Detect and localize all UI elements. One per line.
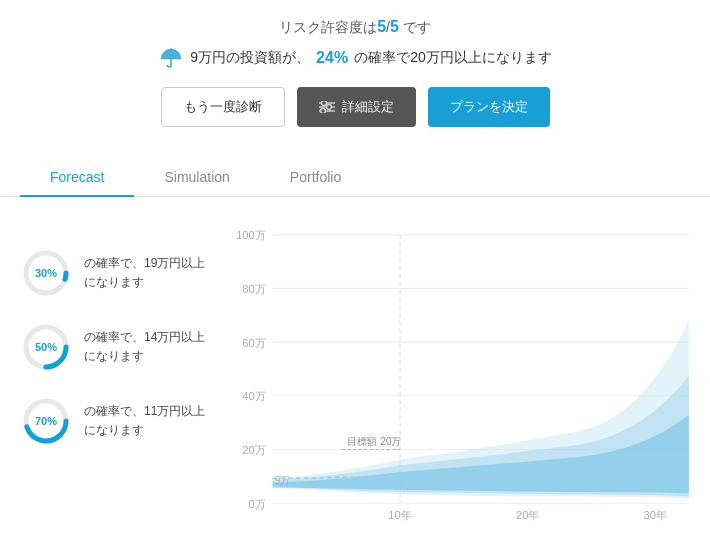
tab-forecast[interactable]: Forecast bbox=[20, 159, 134, 197]
stat-50-line2: になります bbox=[84, 349, 144, 363]
tab-portfolio[interactable]: Portfolio bbox=[260, 159, 371, 197]
diagnose-button[interactable]: もう一度診断 bbox=[161, 87, 285, 127]
svg-text:10年: 10年 bbox=[388, 509, 411, 521]
tabs-row: Forecast Simulation Portfolio bbox=[0, 159, 710, 197]
stat-30-line2: になります bbox=[84, 275, 144, 289]
chart-container: 100万 80万 60万 40万 20万 0万 bbox=[230, 217, 700, 535]
settings-label: 詳細設定 bbox=[342, 98, 394, 116]
top-section: リスク許容度は5/5 です 9万円の投資額が、 24% の確率で20万円以上にな… bbox=[0, 0, 710, 159]
donut-70-label: 70% bbox=[35, 415, 57, 427]
risk-current: 5 bbox=[377, 18, 386, 35]
stat-50-line1: の確率で、14万円以上 bbox=[84, 330, 205, 344]
svg-text:60万: 60万 bbox=[242, 337, 265, 349]
stats-column: 30% の確率で、19万円以上 になります 50% の確率で、14万円以上 にな… bbox=[20, 217, 220, 535]
tab-simulation[interactable]: Simulation bbox=[134, 159, 259, 197]
settings-icon bbox=[319, 101, 335, 113]
stat-30-text: の確率で、19万円以上 になります bbox=[84, 254, 205, 292]
stat-30-line1: の確率で、19万円以上 bbox=[84, 256, 205, 270]
svg-text:30年: 30年 bbox=[644, 509, 667, 521]
donut-30-label: 30% bbox=[35, 267, 57, 279]
svg-text:0万: 0万 bbox=[249, 498, 266, 510]
stat-item-30: 30% の確率で、19万円以上 になります bbox=[20, 247, 220, 299]
svg-text:9万: 9万 bbox=[275, 475, 291, 486]
svg-text:100万: 100万 bbox=[236, 229, 266, 241]
svg-text:80万: 80万 bbox=[242, 283, 265, 295]
stat-50-text: の確率で、14万円以上 になります bbox=[84, 328, 205, 366]
risk-total: 5 bbox=[390, 18, 399, 35]
stat-70-line2: になります bbox=[84, 423, 144, 437]
svg-point-5 bbox=[320, 109, 325, 114]
stat-70-text: の確率で、11万円以上 になります bbox=[84, 402, 205, 440]
svg-point-1 bbox=[321, 101, 326, 106]
risk-title: リスク許容度は5/5 です bbox=[20, 18, 690, 37]
donut-50-label: 50% bbox=[35, 341, 57, 353]
stat-item-50: 50% の確率で、14万円以上 になります bbox=[20, 321, 220, 373]
plan-button[interactable]: プランを決定 bbox=[428, 87, 550, 127]
buttons-row: もう一度診断 詳細設定 プランを決定 bbox=[20, 87, 690, 127]
stat-70-line1: の確率で、11万円以上 bbox=[84, 404, 205, 418]
forecast-percent: 24% bbox=[316, 49, 348, 67]
forecast-prefix: 9万円の投資額が、 bbox=[190, 49, 310, 67]
risk-label: リスク許容度は bbox=[279, 19, 377, 35]
settings-button[interactable]: 詳細設定 bbox=[297, 87, 416, 127]
donut-70: 70% bbox=[20, 395, 72, 447]
svg-text:20年: 20年 bbox=[516, 509, 539, 521]
forecast-line: 9万円の投資額が、 24% の確率で20万円以上になります bbox=[20, 47, 690, 69]
risk-suffix: です bbox=[399, 19, 431, 35]
svg-text:20万: 20万 bbox=[242, 444, 265, 456]
main-content: 30% の確率で、19万円以上 になります 50% の確率で、14万円以上 にな… bbox=[0, 197, 710, 535]
donut-50: 50% bbox=[20, 321, 72, 373]
svg-text:目標額 20万: 目標額 20万 bbox=[348, 436, 402, 447]
umbrella-icon bbox=[158, 47, 184, 69]
chart-area: 100万 80万 60万 40万 20万 0万 bbox=[230, 217, 700, 535]
stat-item-70: 70% の確率で、11万円以上 になります bbox=[20, 395, 220, 447]
forecast-suffix: の確率で20万円以上になります bbox=[354, 49, 552, 67]
donut-30: 30% bbox=[20, 247, 72, 299]
forecast-chart: 100万 80万 60万 40万 20万 0万 bbox=[230, 217, 700, 535]
svg-text:40万: 40万 bbox=[242, 390, 265, 402]
svg-point-3 bbox=[326, 105, 331, 110]
